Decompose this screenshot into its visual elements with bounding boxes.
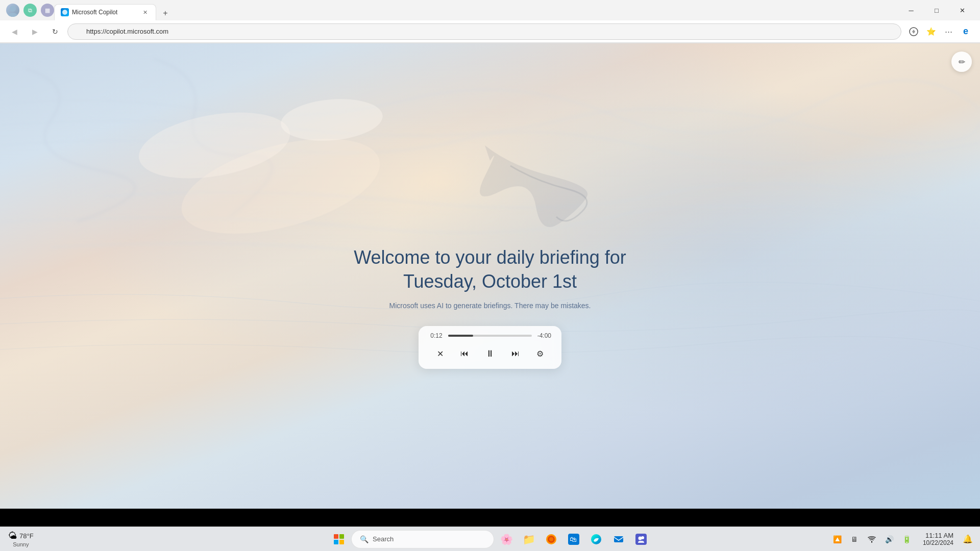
notification-bell[interactable]: 🔔: [960, 531, 976, 547]
address-bar-container: 🔒 https://copilot.microsoft.com: [67, 23, 901, 40]
tab-grid-icon[interactable]: ▦: [41, 4, 54, 17]
taskbar-app-file-explorer[interactable]: 📁: [519, 529, 539, 549]
tab-favicon: [61, 8, 69, 16]
address-bar-row: ◀ ▶ ↻ 🔒 https://copilot.microsoft.com ⭐ …: [0, 20, 980, 43]
tray-wifi[interactable]: [864, 531, 880, 547]
tab-title: Microsoft Copilot: [72, 9, 117, 16]
edit-button[interactable]: ✏: [951, 52, 972, 72]
tab-strip: Microsoft Copilot ✕ +: [54, 0, 899, 20]
welcome-title: Welcome to your daily briefing for Tuesd…: [337, 246, 643, 294]
ai-disclaimer: Microsoft uses AI to generate briefings.…: [337, 302, 643, 310]
settings-button[interactable]: ⚙: [532, 345, 548, 362]
tray-battery[interactable]: 🔋: [898, 531, 915, 547]
start-icon: [334, 534, 344, 544]
title-bar: ⧉ ▦ Microsoft Copilot ✕ + ─ □: [0, 0, 980, 20]
browser-chrome: ⧉ ▦ Microsoft Copilot ✕ + ─ □: [0, 0, 980, 43]
taskbar-app-mail[interactable]: [608, 529, 629, 549]
weather-widget[interactable]: 🌤 78°F Sunny: [4, 529, 38, 549]
copilot-toolbar-icon[interactable]: [905, 23, 922, 40]
weather-temp: 78°F: [19, 532, 34, 540]
taskbar-app-teams[interactable]: [631, 529, 651, 549]
taskbar: 🌤 78°F Sunny 🔍 Search 🌸 📁: [0, 527, 980, 551]
maximize-button[interactable]: □: [925, 2, 948, 18]
start-square-4: [339, 540, 344, 544]
close-button[interactable]: ✕: [950, 2, 974, 18]
tab-close-button[interactable]: ✕: [140, 8, 150, 17]
svg-point-18: [639, 536, 642, 540]
start-square-3: [334, 540, 338, 544]
tray-chevron[interactable]: 🔼: [829, 531, 845, 547]
more-options-icon[interactable]: ⋯: [940, 23, 957, 40]
svg-point-1: [8, 13, 18, 17]
refresh-button[interactable]: ↻: [47, 23, 63, 40]
taskbar-app-widgets[interactable]: 🌸: [496, 529, 517, 549]
minimize-button[interactable]: ─: [899, 2, 923, 18]
taskbar-app-store[interactable]: 🛍: [564, 529, 584, 549]
tab-group-icon[interactable]: ⧉: [23, 4, 37, 17]
svg-point-11: [549, 537, 553, 541]
clock-date: 10/22/2024: [923, 539, 953, 546]
close-player-button[interactable]: ✕: [432, 345, 448, 362]
window-controls: ─ □ ✕: [899, 2, 974, 18]
new-tab-button[interactable]: +: [158, 6, 173, 20]
remaining-time: -4:00: [536, 332, 551, 339]
clock-time: 11:11 AM: [925, 532, 953, 539]
search-icon: 🔍: [360, 535, 369, 543]
clock-widget[interactable]: 11:11 AM 10/22/2024: [917, 532, 958, 546]
taskbar-left: 🌤 78°F Sunny: [4, 529, 38, 549]
forward-button[interactable]: ▶: [27, 23, 43, 40]
tray-volume[interactable]: 🔊: [881, 531, 897, 547]
taskbar-app-firefox[interactable]: [541, 529, 561, 549]
current-time: 0:12: [429, 332, 444, 339]
avatar[interactable]: [6, 4, 19, 17]
address-input[interactable]: https://copilot.microsoft.com: [67, 23, 901, 40]
search-label: Search: [373, 535, 394, 543]
progress-track[interactable]: [448, 335, 532, 337]
back-button[interactable]: ◀: [6, 23, 22, 40]
weather-icon: 🌤: [8, 531, 17, 541]
favorites-icon[interactable]: ⭐: [923, 23, 939, 40]
center-content: Welcome to your daily briefing for Tuesd…: [337, 246, 643, 369]
active-tab[interactable]: Microsoft Copilot ✕: [54, 4, 156, 20]
svg-text:🛍: 🛍: [570, 535, 577, 543]
start-square-2: [339, 534, 344, 539]
taskbar-right: 🔼 🖥 🔊 🔋 11:11 AM 10/22/2024 🔔: [829, 531, 976, 547]
taskbar-search[interactable]: 🔍 Search: [351, 530, 494, 548]
pause-button[interactable]: ⏸: [481, 344, 499, 363]
edge-icon[interactable]: e: [958, 23, 974, 40]
next-button[interactable]: ⏭: [507, 345, 524, 362]
player-progress: 0:12 -4:00: [429, 332, 551, 339]
weather-condition: Sunny: [13, 541, 29, 547]
taskbar-app-edge[interactable]: [586, 529, 606, 549]
svg-rect-15: [614, 536, 623, 542]
title-bar-left: ⧉ ▦: [6, 4, 54, 17]
player-controls: ✕ ⏮ ⏸ ⏭ ⚙: [429, 344, 551, 363]
tray-display[interactable]: 🖥: [846, 531, 863, 547]
svg-point-0: [10, 6, 16, 12]
main-content: ✏ Welcome to your daily briefing for Tue…: [0, 43, 980, 509]
svg-point-2: [62, 10, 67, 15]
toolbar-icons: ⭐ ⋯ e: [905, 23, 974, 40]
audio-player: 0:12 -4:00 ✕ ⏮ ⏸ ⏭: [419, 326, 561, 369]
taskbar-center: 🔍 Search 🌸 📁 🛍: [329, 529, 651, 549]
rewind-button[interactable]: ⏮: [456, 345, 473, 362]
start-button[interactable]: [329, 529, 349, 549]
progress-fill: [448, 335, 473, 337]
system-tray: 🔼 🖥 🔊 🔋: [829, 531, 915, 547]
start-square-1: [334, 534, 338, 539]
